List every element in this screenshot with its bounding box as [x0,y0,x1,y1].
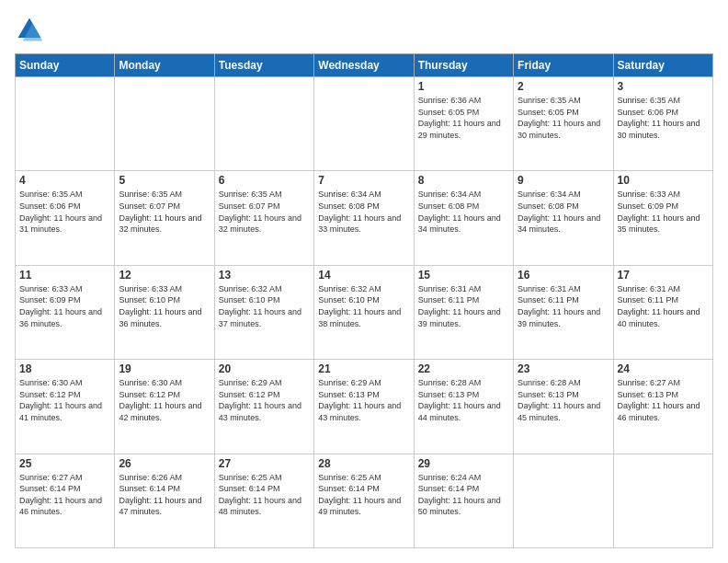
day-number: 26 [119,457,210,470]
day-info: Sunrise: 6:32 AM Sunset: 6:10 PM Dayligh… [318,283,409,329]
calendar-cell: 9Sunrise: 6:34 AM Sunset: 6:08 PM Daylig… [514,171,613,265]
calendar-week-row: 25Sunrise: 6:27 AM Sunset: 6:14 PM Dayli… [16,454,713,547]
logo-icon [15,15,44,44]
day-info: Sunrise: 6:35 AM Sunset: 6:05 PM Dayligh… [518,95,609,141]
day-info: Sunrise: 6:29 AM Sunset: 6:13 PM Dayligh… [318,377,409,423]
day-number: 24 [618,362,709,375]
calendar-cell: 6Sunrise: 6:35 AM Sunset: 6:07 PM Daylig… [214,171,313,265]
day-number: 27 [219,457,310,470]
day-number: 12 [119,269,210,282]
day-info: Sunrise: 6:33 AM Sunset: 6:09 PM Dayligh… [618,189,709,235]
day-number: 16 [518,269,609,282]
day-number: 11 [19,269,110,282]
calendar-day-header: Tuesday [214,54,313,77]
calendar-cell [314,77,414,171]
calendar-week-row: 1Sunrise: 6:36 AM Sunset: 6:05 PM Daylig… [16,77,713,171]
day-number: 7 [318,174,409,187]
day-info: Sunrise: 6:33 AM Sunset: 6:10 PM Dayligh… [119,283,210,329]
calendar-cell: 26Sunrise: 6:26 AM Sunset: 6:14 PM Dayli… [115,454,214,547]
calendar-cell: 25Sunrise: 6:27 AM Sunset: 6:14 PM Dayli… [16,454,115,547]
calendar-cell [115,77,214,171]
day-number: 21 [318,362,409,375]
day-number: 22 [418,362,509,375]
calendar-cell [214,77,313,171]
calendar-day-header: Sunday [16,54,115,77]
day-info: Sunrise: 6:35 AM Sunset: 6:07 PM Dayligh… [219,189,310,235]
calendar-cell: 2Sunrise: 6:35 AM Sunset: 6:05 PM Daylig… [514,77,613,171]
day-info: Sunrise: 6:32 AM Sunset: 6:10 PM Dayligh… [219,283,310,329]
day-info: Sunrise: 6:34 AM Sunset: 6:08 PM Dayligh… [518,189,609,235]
calendar-cell: 12Sunrise: 6:33 AM Sunset: 6:10 PM Dayli… [115,265,214,359]
day-info: Sunrise: 6:28 AM Sunset: 6:13 PM Dayligh… [518,377,609,423]
day-info: Sunrise: 6:31 AM Sunset: 6:11 PM Dayligh… [518,283,609,329]
calendar-day-header: Monday [115,54,214,77]
calendar-cell: 21Sunrise: 6:29 AM Sunset: 6:13 PM Dayli… [314,360,414,454]
day-number: 3 [618,80,709,93]
header [15,15,713,44]
calendar-cell: 19Sunrise: 6:30 AM Sunset: 6:12 PM Dayli… [115,360,214,454]
calendar-cell: 16Sunrise: 6:31 AM Sunset: 6:11 PM Dayli… [514,265,613,359]
page: SundayMondayTuesdayWednesdayThursdayFrid… [0,0,728,563]
calendar-cell: 11Sunrise: 6:33 AM Sunset: 6:09 PM Dayli… [16,265,115,359]
day-number: 15 [418,269,509,282]
calendar-week-row: 4Sunrise: 6:35 AM Sunset: 6:06 PM Daylig… [16,171,713,265]
calendar-cell: 13Sunrise: 6:32 AM Sunset: 6:10 PM Dayli… [214,265,313,359]
day-number: 14 [318,269,409,282]
day-number: 17 [618,269,709,282]
day-number: 25 [19,457,110,470]
calendar-day-header: Friday [514,54,613,77]
day-number: 2 [518,80,609,93]
calendar-cell: 8Sunrise: 6:34 AM Sunset: 6:08 PM Daylig… [414,171,513,265]
day-info: Sunrise: 6:33 AM Sunset: 6:09 PM Dayligh… [19,283,110,329]
calendar-cell: 10Sunrise: 6:33 AM Sunset: 6:09 PM Dayli… [613,171,712,265]
day-number: 20 [219,362,310,375]
day-number: 28 [318,457,409,470]
day-info: Sunrise: 6:27 AM Sunset: 6:14 PM Dayligh… [19,472,110,518]
day-number: 6 [219,174,310,187]
calendar-cell: 17Sunrise: 6:31 AM Sunset: 6:11 PM Dayli… [613,265,712,359]
day-number: 18 [19,362,110,375]
calendar-day-header: Thursday [414,54,513,77]
day-info: Sunrise: 6:34 AM Sunset: 6:08 PM Dayligh… [318,189,409,235]
calendar-cell: 4Sunrise: 6:35 AM Sunset: 6:06 PM Daylig… [16,171,115,265]
calendar-cell: 28Sunrise: 6:25 AM Sunset: 6:14 PM Dayli… [314,454,414,547]
day-info: Sunrise: 6:31 AM Sunset: 6:11 PM Dayligh… [418,283,509,329]
day-info: Sunrise: 6:35 AM Sunset: 6:06 PM Dayligh… [19,189,110,235]
calendar-cell: 27Sunrise: 6:25 AM Sunset: 6:14 PM Dayli… [214,454,313,547]
calendar-cell: 5Sunrise: 6:35 AM Sunset: 6:07 PM Daylig… [115,171,214,265]
calendar-day-header: Wednesday [314,54,414,77]
calendar-cell: 7Sunrise: 6:34 AM Sunset: 6:08 PM Daylig… [314,171,414,265]
day-info: Sunrise: 6:34 AM Sunset: 6:08 PM Dayligh… [418,189,509,235]
day-number: 23 [518,362,609,375]
calendar-cell: 15Sunrise: 6:31 AM Sunset: 6:11 PM Dayli… [414,265,513,359]
day-info: Sunrise: 6:25 AM Sunset: 6:14 PM Dayligh… [219,472,310,518]
calendar-week-row: 18Sunrise: 6:30 AM Sunset: 6:12 PM Dayli… [16,360,713,454]
day-number: 9 [518,174,609,187]
day-number: 10 [618,174,709,187]
calendar-cell [514,454,613,547]
day-info: Sunrise: 6:24 AM Sunset: 6:14 PM Dayligh… [418,472,509,518]
calendar-cell: 14Sunrise: 6:32 AM Sunset: 6:10 PM Dayli… [314,265,414,359]
day-number: 1 [418,80,509,93]
day-info: Sunrise: 6:29 AM Sunset: 6:12 PM Dayligh… [219,377,310,423]
day-info: Sunrise: 6:36 AM Sunset: 6:05 PM Dayligh… [418,95,509,141]
calendar-cell: 23Sunrise: 6:28 AM Sunset: 6:13 PM Dayli… [514,360,613,454]
day-info: Sunrise: 6:27 AM Sunset: 6:13 PM Dayligh… [618,377,709,423]
calendar: SundayMondayTuesdayWednesdayThursdayFrid… [15,53,713,548]
calendar-header-row: SundayMondayTuesdayWednesdayThursdayFrid… [16,54,713,77]
day-info: Sunrise: 6:30 AM Sunset: 6:12 PM Dayligh… [119,377,210,423]
day-number: 5 [119,174,210,187]
calendar-cell [16,77,115,171]
calendar-cell: 3Sunrise: 6:35 AM Sunset: 6:06 PM Daylig… [613,77,712,171]
day-info: Sunrise: 6:31 AM Sunset: 6:11 PM Dayligh… [618,283,709,329]
day-info: Sunrise: 6:28 AM Sunset: 6:13 PM Dayligh… [418,377,509,423]
day-number: 8 [418,174,509,187]
calendar-cell: 22Sunrise: 6:28 AM Sunset: 6:13 PM Dayli… [414,360,513,454]
day-number: 29 [418,457,509,470]
day-number: 4 [19,174,110,187]
day-info: Sunrise: 6:30 AM Sunset: 6:12 PM Dayligh… [19,377,110,423]
calendar-week-row: 11Sunrise: 6:33 AM Sunset: 6:09 PM Dayli… [16,265,713,359]
calendar-cell: 24Sunrise: 6:27 AM Sunset: 6:13 PM Dayli… [613,360,712,454]
calendar-cell [613,454,712,547]
day-number: 13 [219,269,310,282]
